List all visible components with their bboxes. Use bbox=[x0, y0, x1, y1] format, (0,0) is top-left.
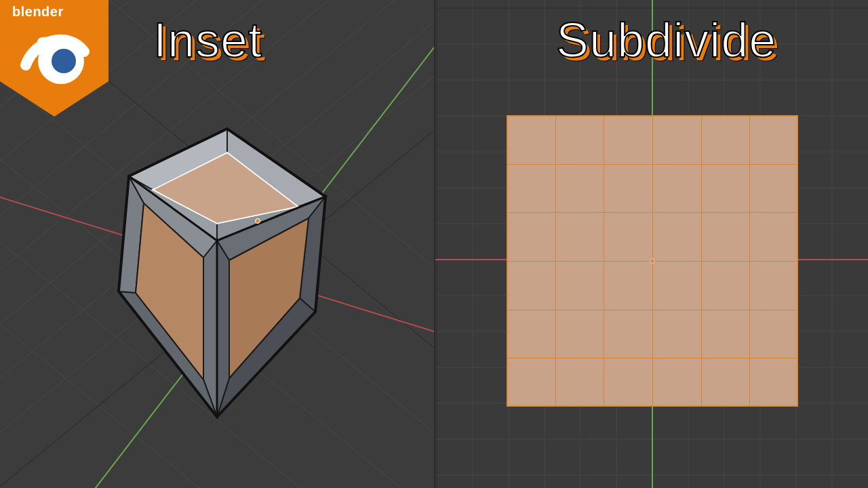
panel-divider bbox=[434, 0, 435, 488]
origin-marker bbox=[650, 259, 654, 263]
subdiv-edge bbox=[555, 115, 556, 407]
origin-marker bbox=[256, 219, 260, 224]
svg-point-57 bbox=[52, 49, 76, 73]
blender-logo-badge: blender bbox=[0, 0, 108, 115]
subdiv-edge bbox=[749, 115, 750, 407]
viewport-right bbox=[435, 0, 868, 488]
title-left: Inset bbox=[153, 12, 262, 68]
title-right: Subdivide bbox=[556, 12, 776, 68]
subdiv-edge bbox=[701, 115, 702, 407]
subdivided-plane bbox=[507, 115, 798, 407]
subdiv-edge bbox=[604, 115, 604, 407]
blender-wordmark: blender bbox=[12, 4, 64, 19]
comparison-thumbnail: Inset Subdivide blender bbox=[0, 0, 868, 488]
